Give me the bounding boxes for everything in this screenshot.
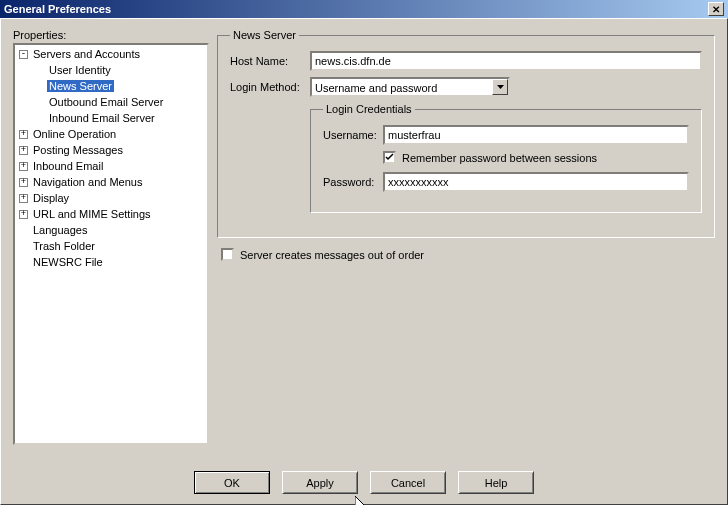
login-credentials-legend: Login Credentials [323, 103, 415, 115]
expand-icon[interactable]: + [19, 162, 28, 171]
help-button[interactable]: Help [458, 471, 534, 494]
window-title: General Preferences [4, 3, 111, 15]
remember-password-label: Remember password between sessions [402, 152, 597, 164]
apply-button[interactable]: Apply [282, 471, 358, 494]
titlebar: General Preferences ✕ [0, 0, 728, 18]
expand-icon[interactable]: + [19, 194, 28, 203]
username-input[interactable] [383, 125, 689, 145]
password-label: Password: [323, 176, 383, 188]
close-icon: ✕ [712, 4, 720, 15]
collapse-icon[interactable]: - [19, 50, 28, 59]
tree-node-news-server[interactable]: News Server [31, 78, 207, 94]
login-method-label: Login Method: [230, 81, 310, 93]
checkbox-icon [383, 151, 396, 164]
close-button[interactable]: ✕ [708, 2, 724, 16]
expand-icon[interactable]: + [19, 210, 28, 219]
svg-marker-0 [497, 85, 504, 89]
svg-marker-1 [355, 496, 365, 505]
tree-node-display[interactable]: +Display [15, 190, 207, 206]
expand-icon[interactable]: + [19, 178, 28, 187]
expand-icon[interactable]: + [19, 146, 28, 155]
tree-node-servers-and-accounts[interactable]: - Servers and Accounts [15, 46, 207, 62]
tree-node-outbound-email-server[interactable]: Outbound Email Server [31, 94, 207, 110]
out-of-order-label: Server creates messages out of order [240, 249, 424, 261]
properties-label: Properties: [13, 29, 209, 41]
host-name-label: Host Name: [230, 55, 310, 67]
username-label: Username: [323, 129, 383, 141]
login-credentials-group: Login Credentials Username: Remember pas… [310, 103, 702, 213]
checkbox-icon [221, 248, 234, 261]
tree-node-inbound-email-server[interactable]: Inbound Email Server [31, 110, 207, 126]
dialog-button-row: OK Apply Cancel Help [1, 471, 727, 494]
properties-tree[interactable]: - Servers and Accounts User Identity New… [13, 43, 209, 445]
tree-node-posting-messages[interactable]: +Posting Messages [15, 142, 207, 158]
tree-node-trash-folder[interactable]: Trash Folder [15, 238, 207, 254]
news-server-legend: News Server [230, 29, 299, 41]
chevron-down-icon [492, 79, 508, 95]
expand-icon[interactable]: + [19, 130, 28, 139]
cancel-button[interactable]: Cancel [370, 471, 446, 494]
out-of-order-checkbox[interactable]: Server creates messages out of order [221, 248, 715, 261]
mouse-cursor-icon [355, 496, 369, 505]
news-server-group: News Server Host Name: Login Method: Use… [217, 29, 715, 238]
host-name-input[interactable] [310, 51, 702, 71]
tree-node-user-identity[interactable]: User Identity [31, 62, 207, 78]
tree-node-navigation-and-menus[interactable]: +Navigation and Menus [15, 174, 207, 190]
password-input[interactable] [383, 172, 689, 192]
ok-button[interactable]: OK [194, 471, 270, 494]
tree-node-newsrc-file[interactable]: NEWSRC File [15, 254, 207, 270]
login-method-select[interactable]: Username and password [310, 77, 510, 97]
tree-node-url-and-mime-settings[interactable]: +URL and MIME Settings [15, 206, 207, 222]
tree-node-inbound-email[interactable]: +Inbound Email [15, 158, 207, 174]
tree-node-languages[interactable]: Languages [15, 222, 207, 238]
remember-password-checkbox[interactable]: Remember password between sessions [383, 151, 689, 164]
tree-node-online-operation[interactable]: +Online Operation [15, 126, 207, 142]
